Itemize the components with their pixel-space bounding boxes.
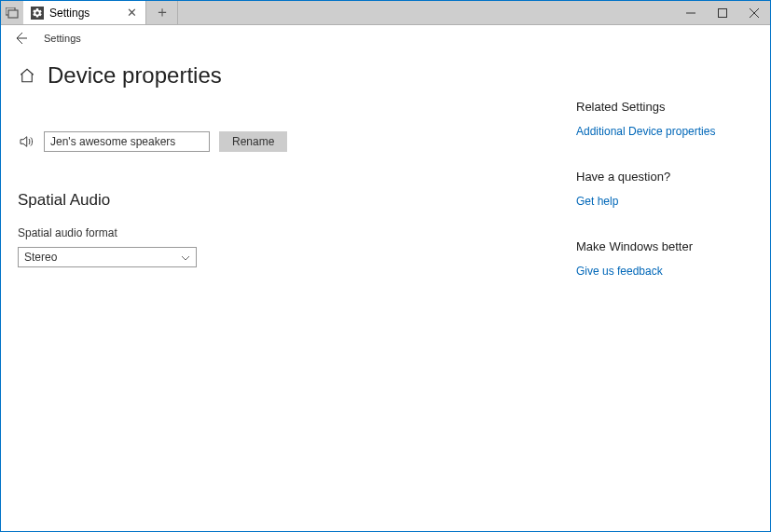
page-heading-row: Device properties <box>18 62 563 89</box>
spatial-format-value: Stereo <box>24 251 57 264</box>
spatial-audio-heading: Spatial Audio <box>18 191 563 210</box>
new-tab-button[interactable]: ＋ <box>146 1 178 24</box>
close-window-button[interactable] <box>738 1 770 24</box>
rename-button[interactable]: Rename <box>219 131 287 152</box>
breadcrumb: Settings <box>1 25 770 51</box>
speaker-icon <box>18 133 34 150</box>
titlebar: Settings ✕ ＋ <box>1 1 770 25</box>
task-view-icon[interactable] <box>1 1 23 24</box>
svg-rect-3 <box>719 8 727 17</box>
tab-settings[interactable]: Settings ✕ <box>23 1 146 24</box>
side-column: Related Settings Additional Device prope… <box>576 62 753 309</box>
minimize-button[interactable] <box>675 1 707 24</box>
svg-rect-1 <box>8 10 18 18</box>
home-icon[interactable] <box>18 66 36 85</box>
make-windows-better-heading: Make Windows better <box>576 239 753 253</box>
close-tab-icon[interactable]: ✕ <box>125 7 138 19</box>
gear-icon <box>31 7 44 20</box>
get-help-link[interactable]: Get help <box>576 195 753 208</box>
content: Device properties Rename Spatial Audio S… <box>1 51 770 309</box>
window-controls <box>675 1 770 24</box>
page-title: Device properties <box>48 62 222 89</box>
spatial-format-select[interactable]: Stereo <box>18 247 197 267</box>
related-settings-heading: Related Settings <box>576 100 753 114</box>
main-column: Device properties Rename Spatial Audio S… <box>18 62 563 309</box>
give-feedback-link[interactable]: Give us feedback <box>576 265 753 278</box>
titlebar-drag-area <box>178 1 675 24</box>
back-button[interactable] <box>12 30 29 47</box>
spatial-format-label: Spatial audio format <box>18 226 563 239</box>
maximize-button[interactable] <box>707 1 738 24</box>
chevron-down-icon <box>181 251 190 264</box>
additional-device-properties-link[interactable]: Additional Device properties <box>576 125 753 138</box>
tab-label: Settings <box>49 7 119 20</box>
device-name-input[interactable] <box>44 131 210 152</box>
tab-area: Settings ✕ ＋ <box>1 1 178 24</box>
device-name-row: Rename <box>18 131 563 152</box>
breadcrumb-label: Settings <box>44 33 81 44</box>
have-question-heading: Have a question? <box>576 170 753 184</box>
